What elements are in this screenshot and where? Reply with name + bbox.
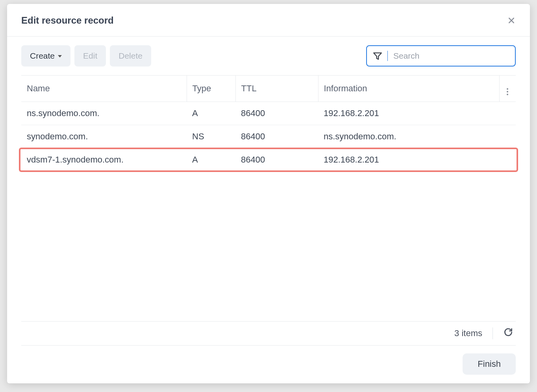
cell-ttl: 86400 <box>235 125 318 148</box>
toolbar: Create Edit Delete <box>7 37 530 75</box>
edit-resource-record-dialog: Edit resource record Create Edit Delete <box>7 4 530 383</box>
filter-icon <box>372 51 383 61</box>
col-header-ttl[interactable]: TTL <box>235 76 318 102</box>
caret-down-icon <box>58 55 62 57</box>
edit-button: Edit <box>74 45 106 67</box>
table-area: Name Type TTL Information ns.synodemo.co… <box>21 75 516 321</box>
finish-button[interactable]: Finish <box>463 353 516 375</box>
records-table: Name Type TTL Information ns.synodemo.co… <box>21 75 516 171</box>
refresh-icon[interactable] <box>503 327 513 340</box>
cell-info: ns.synodemo.com. <box>318 125 499 148</box>
create-button[interactable]: Create <box>21 45 70 67</box>
col-header-menu[interactable] <box>499 76 516 102</box>
cell-ttl: 86400 <box>235 102 318 125</box>
items-count: 3 items <box>454 328 482 338</box>
col-header-name[interactable]: Name <box>21 76 187 102</box>
kebab-icon <box>507 88 508 95</box>
edit-button-label: Edit <box>83 51 97 61</box>
cell-info: 192.168.2.201 <box>318 102 499 125</box>
delete-button: Delete <box>110 45 151 67</box>
search-box[interactable] <box>366 45 516 67</box>
cell-menu <box>499 102 516 125</box>
table-header-row: Name Type TTL Information <box>21 76 516 102</box>
create-button-label: Create <box>30 51 55 61</box>
dialog-title: Edit resource record <box>21 15 114 26</box>
cell-name: synodemo.com. <box>21 125 187 148</box>
table-wrap: Name Type TTL Information ns.synodemo.co… <box>7 75 530 321</box>
table-row[interactable]: vdsm7-1.synodemo.com.A86400192.168.2.201 <box>21 148 516 172</box>
cell-ttl: 86400 <box>235 148 318 172</box>
table-row[interactable]: ns.synodemo.com.A86400192.168.2.201 <box>21 102 516 125</box>
cell-name: vdsm7-1.synodemo.com. <box>21 148 187 172</box>
dialog-header: Edit resource record <box>7 4 530 37</box>
finish-button-label: Finish <box>478 359 501 369</box>
cell-type: NS <box>187 125 235 148</box>
text-cursor <box>387 51 388 61</box>
delete-button-label: Delete <box>119 51 143 61</box>
col-header-type[interactable]: Type <box>187 76 235 102</box>
search-input[interactable] <box>393 51 509 61</box>
dialog-footer: Finish <box>7 346 530 383</box>
col-header-info[interactable]: Information <box>318 76 499 102</box>
toolbar-left: Create Edit Delete <box>21 45 151 67</box>
cell-type: A <box>187 148 235 172</box>
status-bar: 3 items <box>21 321 516 346</box>
cell-menu <box>499 125 516 148</box>
table-row[interactable]: synodemo.com.NS86400ns.synodemo.com. <box>21 125 516 148</box>
cell-info: 192.168.2.201 <box>318 148 499 172</box>
cell-name: ns.synodemo.com. <box>21 102 187 125</box>
close-icon[interactable] <box>507 16 516 25</box>
cell-type: A <box>187 102 235 125</box>
status-divider <box>493 327 493 339</box>
cell-menu <box>499 148 516 172</box>
